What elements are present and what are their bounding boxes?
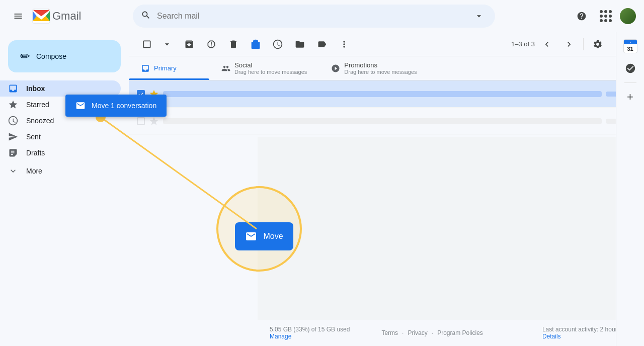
calendar-button[interactable]: ▪ 31 [620,36,640,56]
toolbar-right: 1–3 of 3 [511,34,608,54]
move-icon [245,230,257,242]
move-folder-button[interactable] [290,34,310,54]
label-button[interactable] [312,34,332,54]
footer-links: Terms · Privacy · Program Policies [381,329,482,336]
star-icon[interactable] [149,116,159,126]
snooze-button[interactable] [268,34,288,54]
checkbox[interactable] [137,117,145,125]
topbar: Gmail [0,0,644,32]
email-content-skeleton [163,91,602,97]
gmail-logo: Gmail [32,7,81,25]
terms-link[interactable]: Terms [381,329,398,336]
drafts-label: Drafts [26,149,113,157]
circle-highlight: Move [216,186,302,272]
menu-icon[interactable] [8,6,28,26]
delete-button[interactable] [223,34,244,54]
compose-button[interactable]: ✏ Compose [8,40,121,72]
next-page-button[interactable] [559,34,579,54]
topbar-left: Gmail [8,6,129,26]
help-button[interactable] [572,6,592,26]
search-dropdown-button[interactable] [471,8,487,24]
sent-label: Sent [26,133,113,141]
tab-promotions[interactable]: Promotions Drag here to move messages [319,56,429,80]
email-list [129,80,644,135]
snoozed-label: Snoozed [26,117,113,125]
compose-plus-icon: ✏ [20,49,30,63]
calendar-icon: ▪ 31 [623,39,637,53]
calendar-month: ▪ [629,41,630,44]
toolbar-separator [583,38,584,50]
dim-overlay [258,137,616,320]
right-panel-separator [624,82,636,83]
tab-social-content: Social Drag here to move messages [234,61,307,75]
prev-page-button[interactable] [537,34,557,54]
tab-social[interactable]: Social Drag here to move messages [209,56,319,80]
apps-grid-icon [600,10,612,22]
email-row[interactable] [129,108,644,135]
toolbar: 1–3 of 3 [129,32,616,56]
settings-button[interactable] [588,34,608,54]
inbox-label: Inbox [26,84,113,93]
search-bar[interactable] [133,5,495,28]
email-content-skeleton [163,118,602,124]
privacy-link[interactable]: Privacy [408,329,427,336]
tab-promotions-subtitle: Drag here to move messages [344,69,417,75]
select-all-button[interactable] [137,34,157,54]
footer: 5.05 GB (33%) of 15 GB used Manage Terms… [258,320,644,346]
search-input[interactable] [157,12,465,21]
right-panel: ▪ 31 + [616,32,644,346]
sidebar-item-sent[interactable]: Sent [0,129,121,145]
more-label: More [26,167,113,175]
select-dropdown-button[interactable] [157,34,177,54]
tooltip-mail-icon [75,101,86,111]
footer-sep1: · [402,329,404,336]
tab-promotions-label: Promotions [344,61,417,69]
tasks-button[interactable] [620,58,640,78]
page-info: 1–3 of 3 [511,40,535,48]
archive-button[interactable] [179,34,199,54]
tab-promotions-content: Promotions Drag here to move messages [344,61,417,75]
footer-sep2: · [432,329,433,336]
storage-info: 5.05 GB (33%) of 15 GB used [270,326,350,333]
move-tooltip: Move 1 conversation [65,95,167,117]
more-actions-button[interactable] [334,34,354,54]
move-to-button[interactable] [246,34,266,54]
topbar-right [572,6,636,26]
gmail-label: Gmail [52,10,81,23]
email-row[interactable] [129,80,644,108]
tab-primary[interactable]: Primary [129,56,209,80]
move-button-preview: Move [235,222,293,250]
search-icon [141,10,151,22]
details-link[interactable]: Details [542,333,561,340]
manage-link[interactable]: Manage [270,333,291,340]
sidebar-item-drafts[interactable]: Drafts [0,145,121,161]
apps-button[interactable] [596,6,616,26]
tabs: Primary Social Drag here to move message… [129,56,644,80]
program-link[interactable]: Program Policies [437,329,483,336]
sidebar-item-more[interactable]: More [0,163,121,179]
move-label: Move [263,232,283,241]
tooltip-label: Move 1 conversation [92,102,156,110]
compose-label: Compose [36,52,66,60]
sidebar: ✏ Compose Inbox Starred Snoozed Sent Dra… [0,32,129,346]
tab-social-subtitle: Drag here to move messages [234,69,307,75]
tab-primary-label: Primary [154,64,177,72]
calendar-day: 31 [627,46,633,52]
tab-social-label: Social [234,61,307,69]
avatar[interactable] [620,8,636,24]
report-spam-button[interactable] [201,34,221,54]
main-content: Primary Social Drag here to move message… [129,56,644,346]
add-app-button[interactable]: + [620,87,640,107]
footer-storage: 5.05 GB (33%) of 15 GB used Manage [270,326,350,340]
